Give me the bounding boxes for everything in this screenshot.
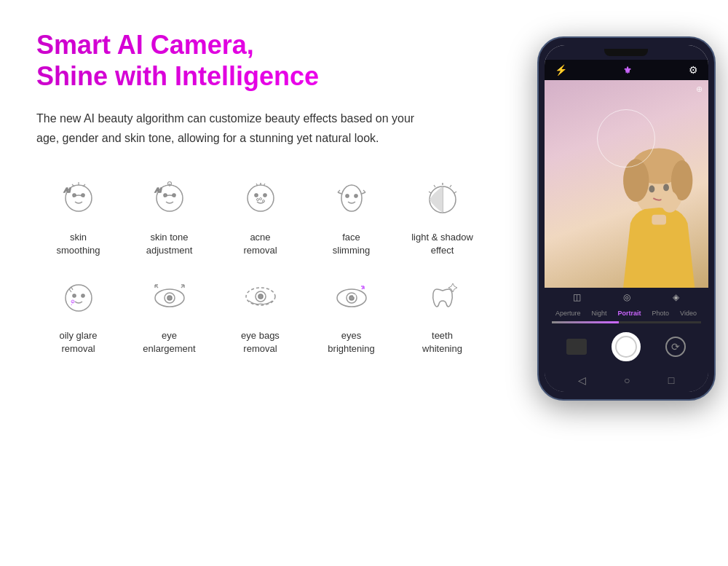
feature-eye-bags: eye bagsremoval — [218, 272, 302, 355]
nav-bar: ◁ ○ □ — [545, 369, 708, 392]
svg-line-22 — [429, 192, 431, 193]
mode-aperture: Aperture — [555, 310, 581, 317]
eye-enlargement-label: eyeenlargement — [143, 329, 195, 355]
svg-point-36 — [349, 296, 354, 300]
ai-icon: ⚜ — [623, 65, 632, 76]
camera-ui: ⚡ ⚜ ⚙ — [545, 60, 708, 392]
features-row-1: AI skinsmoothing — [36, 174, 502, 257]
svg-text:AI: AI — [63, 186, 71, 194]
svg-line-20 — [434, 185, 435, 187]
shutter-button[interactable] — [612, 332, 641, 361]
svg-point-30 — [167, 296, 172, 300]
selfie-icon-symbol: ⟳ — [671, 341, 680, 353]
flash-icon: ⚡ — [555, 64, 567, 76]
eyes-brightening-label: eyesbrightening — [328, 329, 374, 355]
feature-face-slimming: faceslimming — [309, 174, 393, 257]
camera-top-bar: ⚡ ⚜ ⚙ — [545, 60, 708, 80]
recent-button[interactable]: □ — [668, 374, 674, 386]
eye-bags-icon — [235, 272, 286, 323]
svg-line-21 — [450, 185, 451, 187]
svg-point-12 — [256, 199, 258, 201]
svg-point-17 — [355, 194, 357, 197]
camera-viewfinder: ⊕ — [545, 80, 708, 288]
description: The new AI beauty algorithm can customiz… — [36, 109, 415, 148]
phone-notch-bar — [545, 45, 708, 60]
svg-point-10 — [255, 194, 258, 197]
feature-oily-glare: oily glareremoval — [36, 272, 120, 355]
thumbnail-preview — [566, 339, 587, 355]
svg-point-2 — [82, 194, 84, 197]
acne-removal-icon — [235, 174, 286, 225]
phone-notch — [604, 49, 648, 56]
skin-tone-icon: AI — [144, 174, 195, 225]
left-section: Smart AI Camera, Shine with Intelligence… — [36, 29, 517, 355]
oily-glare-icon — [53, 272, 104, 323]
svg-point-1 — [73, 194, 76, 197]
mode-night: Night — [592, 310, 607, 317]
svg-point-43 — [663, 184, 669, 192]
phone-screen: ⚡ ⚜ ⚙ — [545, 45, 708, 392]
face-detection-circle — [597, 109, 655, 168]
settings-icon: ⚙ — [689, 64, 698, 76]
skin-smoothing-icon: AI — [53, 174, 104, 225]
teeth-whitening-label: teethwhitening — [422, 329, 462, 355]
svg-text:AI: AI — [154, 186, 162, 194]
feature-skin-tone: AI skin toneadjustment — [127, 174, 211, 257]
features-grid: AI skinsmoothing — [36, 174, 502, 355]
camera-top-right-icon: ⊕ — [696, 84, 703, 94]
face-slimming-label: faceslimming — [333, 231, 370, 257]
eyes-brightening-icon — [326, 272, 377, 323]
features-row-2: oily glareremoval eyeenlargement — [36, 272, 502, 355]
feature-teeth-whitening: teethwhitening — [400, 272, 484, 355]
svg-point-26 — [82, 294, 84, 297]
camera-ctrl-1: ◫ — [573, 292, 581, 302]
svg-point-11 — [264, 194, 266, 197]
svg-point-5 — [164, 194, 167, 197]
teeth-whitening-icon — [417, 272, 468, 323]
skin-tone-label: skin toneadjustment — [146, 231, 193, 257]
svg-point-25 — [73, 294, 76, 297]
svg-point-16 — [346, 194, 349, 197]
svg-point-37 — [353, 294, 356, 297]
feature-eyes-brightening: eyesbrightening — [309, 272, 393, 355]
camera-controls-row: ◫ ◎ ◈ — [545, 288, 708, 307]
feature-eye-enlargement: eyeenlargement — [127, 272, 211, 355]
camera-modes: Aperture Night Portrait Photo Video — [545, 307, 708, 320]
main-container: Smart AI Camera, Shine with Intelligence… — [0, 0, 728, 566]
mode-portrait: Portrait — [618, 310, 641, 317]
feature-light-shadow: light & shadoweffect — [400, 174, 484, 257]
headline: Smart AI Camera, Shine with Intelligence — [36, 29, 502, 92]
oily-glare-label: oily glareremoval — [59, 329, 97, 355]
eye-bags-label: eye bagsremoval — [241, 329, 280, 355]
light-shadow-icon — [417, 174, 468, 225]
svg-point-6 — [173, 194, 175, 197]
feature-acne-removal: acneremoval — [218, 174, 302, 257]
svg-point-42 — [649, 185, 654, 192]
camera-ctrl-3: ◈ — [673, 292, 679, 302]
svg-point-13 — [262, 200, 264, 203]
back-button[interactable]: ◁ — [578, 374, 586, 386]
acne-removal-label: acneremoval — [243, 231, 277, 257]
eye-enlargement-icon — [144, 272, 195, 323]
face-slimming-icon — [326, 174, 377, 225]
selfie-button[interactable]: ⟳ — [665, 337, 686, 357]
svg-line-23 — [454, 192, 456, 193]
svg-point-45 — [661, 191, 678, 212]
home-button[interactable]: ○ — [624, 374, 630, 386]
camera-slider — [552, 321, 701, 323]
mode-video: Video — [680, 310, 697, 317]
svg-rect-44 — [652, 215, 666, 225]
svg-point-14 — [259, 198, 261, 200]
right-section: ⚡ ⚜ ⚙ — [517, 29, 728, 401]
camera-bottom: ⟳ — [545, 325, 708, 369]
camera-ctrl-2: ◎ — [623, 292, 630, 302]
svg-point-33 — [258, 294, 263, 299]
phone-mockup: ⚡ ⚜ ⚙ — [537, 36, 716, 401]
skin-smoothing-label: skinsmoothing — [57, 231, 100, 257]
light-shadow-label: light & shadoweffect — [411, 231, 473, 257]
shutter-inner — [615, 336, 637, 358]
feature-skin-smoothing: AI skinsmoothing — [36, 174, 120, 257]
mode-photo: Photo — [652, 310, 670, 317]
svg-point-15 — [341, 185, 362, 211]
